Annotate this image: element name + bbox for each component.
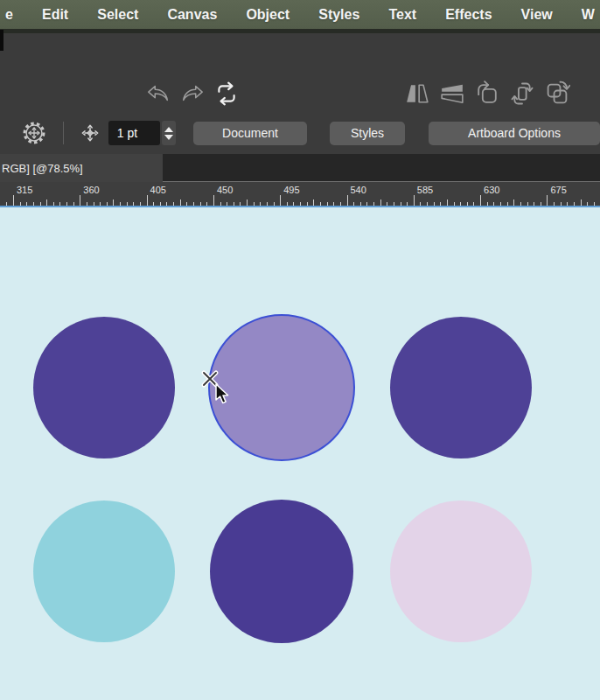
ruler-label: 630 (484, 185, 499, 195)
ruler-minor-tick (313, 200, 314, 206)
menu-item-edit[interactable]: Edit (42, 7, 68, 23)
ruler-major-tick (480, 195, 481, 206)
pointer-arrow-icon (216, 384, 228, 403)
circle-top-left[interactable] (33, 317, 175, 458)
ruler-minor-tick (380, 200, 381, 206)
rotate-cw-icon[interactable] (544, 80, 570, 107)
circle-bottom-middle[interactable] (210, 500, 353, 643)
ruler-label: 405 (150, 185, 166, 195)
ruler-minor-tick (581, 200, 582, 206)
menu-item-styles[interactable]: Styles (318, 7, 359, 23)
toolbar-transform-row (0, 33, 600, 112)
toolbar: 1 pt Document Styles Artboard Options (0, 33, 600, 154)
menu-item-e[interactable]: e (5, 7, 13, 23)
snap-x-indicator (204, 373, 216, 385)
sync-rotate-icon[interactable] (213, 80, 240, 107)
artboard-canvas[interactable] (0, 206, 600, 700)
toolbar-divider (63, 122, 64, 144)
flip-horizontal-icon[interactable] (404, 80, 430, 107)
undo-icon[interactable] (145, 80, 171, 107)
circle-bottom-left[interactable] (33, 500, 175, 642)
ruler-label: 585 (417, 185, 433, 195)
circle-top-right[interactable] (390, 317, 532, 458)
stroke-width-input[interactable]: 1 pt (108, 121, 160, 145)
menu-item-text[interactable]: Text (388, 7, 416, 23)
ruler-minor-tick (513, 200, 514, 206)
rotate-ccw-icon[interactable] (474, 80, 500, 107)
mouse-cursor (189, 367, 245, 423)
menu-item-canvas[interactable]: Canvas (167, 7, 217, 23)
ruler-minor-tick (113, 200, 114, 206)
menu-item-view[interactable]: View (521, 7, 553, 23)
ruler-minor-tick (447, 200, 448, 206)
ruler-label: 360 (83, 185, 99, 195)
stepper-up-icon[interactable] (164, 127, 173, 132)
flip-rotate-icon-group (404, 80, 570, 107)
tabbar: RGB] [@78.5%] (0, 154, 600, 182)
artboard-options-button[interactable]: Artboard Options (429, 122, 600, 145)
ruler-label: 540 (351, 185, 366, 195)
ruler-minor-tick (247, 200, 248, 206)
redo-icon[interactable] (179, 80, 206, 107)
stroke-width-stepper[interactable] (162, 121, 177, 145)
stepper-down-icon[interactable] (164, 135, 173, 140)
ruler-major-tick (80, 195, 80, 206)
menu-item-select[interactable]: Select (97, 7, 138, 23)
ruler-label: 450 (217, 185, 233, 195)
ruler: 315360405450495540585630675 (0, 182, 600, 206)
ruler-major-tick (280, 195, 281, 206)
ruler-label: 315 (17, 185, 32, 195)
ruler-major-tick (414, 195, 415, 206)
ruler-minor-tick (180, 200, 181, 206)
ruler-label: 675 (550, 185, 566, 195)
styles-button[interactable]: Styles (330, 122, 405, 145)
ruler-label: 495 (283, 185, 299, 195)
ruler-major-tick (147, 195, 148, 206)
document-tab[interactable]: RGB] [@78.5%] (0, 154, 163, 182)
ruler-major-tick (213, 195, 214, 206)
ruler-minor-tick (46, 200, 47, 206)
history-icon-group (145, 80, 240, 107)
circle-bottom-right[interactable] (390, 500, 532, 642)
menu-item-effects[interactable]: Effects (445, 7, 492, 23)
settings-gear-icon[interactable] (22, 121, 46, 145)
toolbar-settings-row: 1 pt Document Styles Artboard Options (0, 112, 600, 154)
ruler-major-tick (547, 195, 548, 206)
ruler-major-tick (13, 195, 14, 206)
menu-item-w[interactable]: W (582, 7, 595, 23)
flip-vertical-icon[interactable] (439, 80, 465, 107)
menubar: eEditSelectCanvasObjectStylesTextEffects… (0, 0, 600, 29)
rotate-object-icon[interactable] (509, 80, 535, 107)
ruler-major-tick (347, 195, 348, 206)
window-edge-notch (0, 30, 3, 51)
document-button[interactable]: Document (193, 122, 307, 145)
menu-item-object[interactable]: Object (246, 7, 290, 23)
move-tool-icon[interactable] (80, 123, 100, 143)
